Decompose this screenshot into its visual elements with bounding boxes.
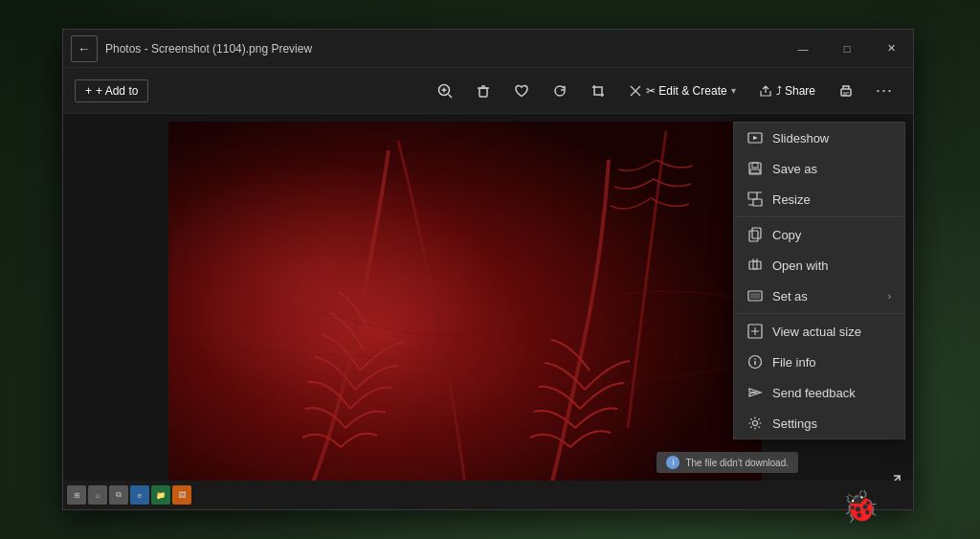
task-view[interactable]: ⧉ — [109, 485, 128, 505]
add-icon: + — [85, 84, 92, 98]
content-area: Slideshow Save as — [63, 114, 913, 509]
favorite-button[interactable] — [504, 74, 539, 108]
menu-item-copy[interactable]: Copy — [734, 219, 904, 250]
svg-point-32 — [753, 421, 758, 426]
share-label: ⤴ Share — [776, 84, 815, 98]
open-with-icon — [747, 258, 763, 273]
svg-rect-25 — [750, 293, 760, 299]
svg-rect-10 — [168, 122, 762, 505]
ladybug: 🐞 — [841, 488, 880, 525]
share-button[interactable]: ⤴ Share — [749, 80, 825, 101]
scissors-icon — [629, 84, 642, 98]
explorer-icon[interactable]: 📁 — [151, 485, 170, 505]
toast-icon: i — [666, 456, 679, 469]
edge-icon[interactable]: e — [130, 485, 149, 505]
fern-image — [168, 122, 762, 505]
file-info-label: File info — [772, 355, 816, 370]
start-button[interactable]: ⊞ — [67, 485, 86, 505]
photos-window: ← Photos - Screenshot (1104).png Preview… — [62, 29, 914, 510]
svg-line-1 — [448, 94, 452, 98]
svg-rect-14 — [752, 163, 758, 168]
svg-rect-16 — [748, 192, 757, 199]
crop-button[interactable] — [581, 74, 615, 108]
maximize-button[interactable]: □ — [825, 30, 869, 68]
delete-icon — [475, 82, 492, 100]
crop-icon — [590, 82, 607, 100]
copy-label: Copy — [772, 228, 801, 242]
share-icon — [759, 84, 772, 98]
close-button[interactable]: ✕ — [869, 30, 913, 68]
menu-item-set-as[interactable]: Set as › — [734, 281, 904, 311]
zoom-in-icon — [436, 82, 454, 100]
window-title: Photos - Screenshot (1104).png Preview — [105, 42, 781, 56]
title-bar: ← Photos - Screenshot (1104).png Preview… — [63, 30, 913, 68]
minimize-button[interactable]: — — [781, 30, 825, 68]
resize-icon — [747, 191, 763, 207]
back-button[interactable]: ← — [71, 35, 98, 62]
menu-item-save-as[interactable]: Save as — [734, 153, 904, 184]
edit-create-button[interactable]: ✂ Edit & Create ▾ — [619, 80, 746, 101]
set-as-label: Set as — [772, 289, 808, 303]
slideshow-icon — [747, 130, 763, 146]
view-actual-size-label: View actual size — [772, 325, 861, 339]
view-actual-size-icon — [747, 324, 763, 339]
photo-preview — [168, 122, 762, 505]
menu-item-settings[interactable]: Settings — [734, 408, 904, 438]
toast-notification: i The file didn't download. — [657, 452, 798, 473]
svg-rect-21 — [749, 231, 758, 241]
context-menu: Slideshow Save as — [733, 122, 905, 439]
rotate-icon — [551, 82, 568, 100]
svg-marker-12 — [753, 136, 758, 140]
add-to-button[interactable]: + + Add to — [75, 79, 148, 102]
save-as-icon — [747, 161, 763, 176]
settings-icon — [747, 415, 763, 431]
edit-create-chevron: ▾ — [731, 85, 736, 96]
zoom-in-button[interactable] — [428, 74, 462, 108]
menu-item-resize[interactable]: Resize — [734, 184, 904, 214]
send-feedback-icon — [747, 385, 763, 400]
open-with-label: Open with — [772, 258, 829, 273]
menu-item-open-with[interactable]: Open with — [734, 250, 904, 281]
menu-divider-2 — [734, 313, 904, 314]
send-feedback-label: Send feedback — [772, 386, 856, 400]
edit-create-label: ✂ Edit & Create — [646, 84, 727, 98]
print-icon — [837, 82, 855, 100]
search-taskbar[interactable]: ⌕ — [88, 485, 107, 505]
svg-rect-20 — [752, 228, 761, 238]
taskbar: ⊞ ⌕ ⧉ e 📁 🖼 — [63, 481, 913, 509]
svg-rect-13 — [749, 163, 761, 174]
set-as-icon — [747, 288, 763, 303]
toast-text: The file didn't download. — [685, 458, 789, 468]
settings-label: Settings — [772, 416, 817, 431]
svg-rect-15 — [750, 169, 760, 173]
toolbar: + + Add to — [63, 68, 913, 114]
svg-rect-17 — [753, 199, 762, 206]
file-info-icon — [747, 354, 763, 370]
rotate-button[interactable] — [543, 74, 577, 108]
menu-item-send-feedback[interactable]: Send feedback — [734, 377, 904, 408]
set-as-chevron: › — [888, 291, 891, 302]
heart-icon — [513, 82, 530, 100]
more-button[interactable]: ··· — [867, 74, 902, 108]
photos-icon[interactable]: 🖼 — [172, 485, 191, 505]
menu-item-file-info[interactable]: File info — [734, 347, 904, 377]
print-button[interactable] — [829, 74, 863, 108]
menu-item-view-actual-size[interactable]: View actual size — [734, 316, 904, 347]
svg-point-31 — [754, 358, 756, 360]
slideshow-label: Slideshow — [772, 131, 829, 146]
save-as-label: Save as — [772, 162, 817, 176]
svg-rect-4 — [479, 88, 487, 97]
delete-button[interactable] — [466, 74, 501, 108]
add-to-label: + Add to — [96, 84, 138, 98]
copy-icon — [747, 227, 763, 242]
more-icon: ··· — [876, 80, 893, 101]
menu-divider-1 — [734, 216, 904, 217]
window-controls: — □ ✕ — [781, 30, 913, 67]
resize-label: Resize — [772, 192, 811, 207]
menu-item-slideshow[interactable]: Slideshow — [734, 123, 904, 153]
